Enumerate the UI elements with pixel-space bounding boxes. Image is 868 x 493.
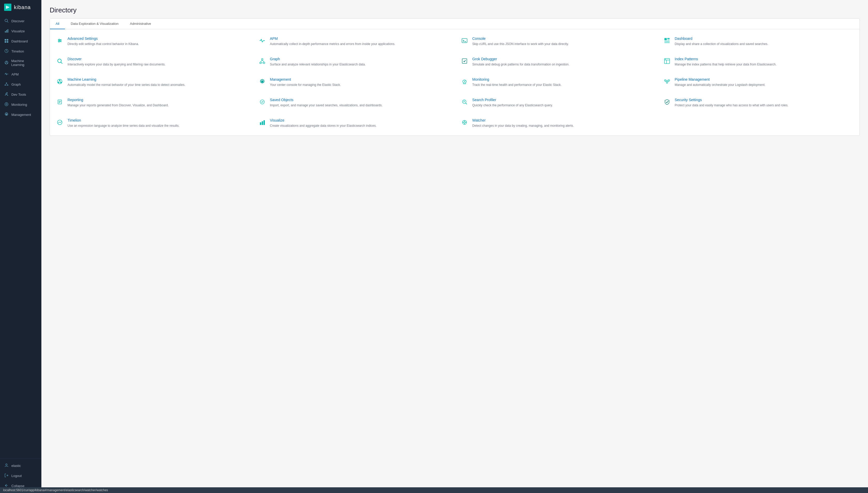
svg-rect-50 xyxy=(462,39,467,43)
saved-objects-desc: Import, export, and manage your saved se… xyxy=(270,103,449,108)
monitoring-icon xyxy=(4,102,9,107)
sidebar-item-label-machine-learning: Machine Learning xyxy=(12,59,38,67)
directory-card: AllData Exploration & VisualizationAdmin… xyxy=(50,18,860,136)
dir-item-index-patterns[interactable]: Index Patterns Manage the index patterns… xyxy=(657,52,860,72)
dir-item-graph[interactable]: Graph Surface and analyze relevant relat… xyxy=(253,52,455,72)
apm-icon xyxy=(258,37,266,46)
sidebar-item-discover[interactable]: Discover xyxy=(0,16,41,26)
timelion-icon xyxy=(56,119,64,128)
dir-item-pipeline-management[interactable]: Pipeline Management Manage and automatic… xyxy=(657,72,860,92)
svg-point-42 xyxy=(59,39,60,40)
svg-line-11 xyxy=(6,51,7,51)
discover-title: Discover xyxy=(67,57,247,61)
svg-point-0 xyxy=(5,19,7,22)
discover-icon xyxy=(4,19,9,24)
dashboard-icon xyxy=(663,37,671,46)
svg-line-21 xyxy=(6,74,7,75)
dir-item-management[interactable]: Management Your center console for manag… xyxy=(253,72,455,92)
sidebar-item-timelion[interactable]: Timelion xyxy=(0,46,41,57)
tabs-row: AllData Exploration & VisualizationAdmin… xyxy=(50,19,860,29)
dir-item-grok-debugger[interactable]: Grok Debugger Simulate and debug grok pa… xyxy=(455,52,657,72)
security-settings-title: Security Settings xyxy=(675,98,854,102)
console-desc: Skip cURL and use this JSON interface to… xyxy=(472,42,652,46)
sidebar-item-graph[interactable]: Graph xyxy=(0,80,41,89)
dir-item-visualize[interactable]: Visualize Create visualizations and aggr… xyxy=(253,113,455,133)
kibana-logo-icon xyxy=(4,4,12,11)
svg-point-58 xyxy=(261,59,263,60)
sidebar-item-management[interactable]: Management xyxy=(0,110,41,120)
logo-area[interactable]: kibana xyxy=(0,0,41,15)
svg-point-32 xyxy=(6,114,7,115)
sidebar-item-apm[interactable]: APM xyxy=(0,69,41,80)
sidebar-bottom-user[interactable]: elastic xyxy=(0,461,41,471)
dir-item-saved-objects[interactable]: Saved Objects Import, export, and manage… xyxy=(253,92,455,113)
graph-icon xyxy=(258,58,266,66)
index-patterns-title: Index Patterns xyxy=(675,57,854,61)
dev-tools-icon xyxy=(4,92,9,97)
dir-item-apm[interactable]: APM Automatically collect in-depth perfo… xyxy=(253,31,455,52)
dir-item-reporting[interactable]: Reporting Manage your reports generated … xyxy=(50,92,253,113)
items-grid: Advanced Settings Directly edit settings… xyxy=(50,29,860,135)
sidebar-bottom-logout[interactable]: Logout xyxy=(0,471,41,481)
svg-line-27 xyxy=(6,84,8,85)
timelion-icon xyxy=(4,49,9,54)
pipeline-management-title: Pipeline Management xyxy=(675,77,854,82)
dashboard-title: Dashboard xyxy=(675,37,854,41)
management-icon xyxy=(4,112,9,117)
dir-item-advanced-settings[interactable]: Advanced Settings Directly edit settings… xyxy=(50,31,253,52)
svg-point-23 xyxy=(6,83,7,84)
reporting-title: Reporting xyxy=(67,98,247,102)
dir-item-watcher[interactable]: Watcher Detect changes in your data by c… xyxy=(455,113,657,133)
graph-title: Graph xyxy=(270,57,449,61)
svg-point-59 xyxy=(260,62,261,64)
console-title: Console xyxy=(472,37,652,41)
svg-line-84 xyxy=(665,81,667,82)
watcher-desc: Detect changes in your data by creating,… xyxy=(472,123,652,128)
discover-desc: Interactively explore your data by query… xyxy=(67,62,247,67)
svg-point-79 xyxy=(464,81,465,82)
sidebar-item-visualize[interactable]: Visualize xyxy=(0,26,41,36)
nav-items: Discover Visualize Dashboard Timelion Ma… xyxy=(0,15,41,458)
dashboard-icon xyxy=(4,39,9,44)
tab-administrative[interactable]: Administrative xyxy=(124,19,157,29)
dir-item-search-profiler[interactable]: Search Profiler Quickly check the perfor… xyxy=(455,92,657,113)
status-bar: localhost:5601/cur/app/kibana#/managemen… xyxy=(0,487,868,493)
dir-item-dashboard[interactable]: Dashboard Display and share a collection… xyxy=(657,31,860,52)
svg-rect-96 xyxy=(260,122,261,125)
svg-point-71 xyxy=(58,82,59,83)
monitoring-desc: Track the real-time health and performan… xyxy=(472,83,652,87)
dir-item-security-settings[interactable]: Security Settings Protect your data and … xyxy=(657,92,860,113)
svg-point-43 xyxy=(60,40,61,41)
svg-line-57 xyxy=(61,62,62,64)
dir-item-console[interactable]: Console Skip cURL and use this JSON inte… xyxy=(455,31,657,52)
search-profiler-desc: Quickly check the performance of any Ela… xyxy=(472,103,652,108)
dir-item-discover[interactable]: Discover Interactively explore your data… xyxy=(50,52,253,72)
management-icon xyxy=(258,78,266,87)
security-settings-icon xyxy=(663,98,671,107)
tab-all[interactable]: All xyxy=(50,19,65,29)
dir-item-machine-learning[interactable]: Machine Learning Automatically model the… xyxy=(50,72,253,92)
dir-item-timelion[interactable]: Timelion Use an expression language to a… xyxy=(50,113,253,133)
dir-item-monitoring[interactable]: Monitoring Track the real-time health an… xyxy=(455,72,657,92)
sidebar-bottom-label-user: elastic xyxy=(12,464,21,468)
visualize-title: Visualize xyxy=(270,118,449,122)
sidebar-item-label-management: Management xyxy=(12,113,31,117)
machine-learning-title: Machine Learning xyxy=(67,77,247,82)
grok-debugger-icon xyxy=(460,58,469,66)
sidebar-item-dashboard[interactable]: Dashboard xyxy=(0,36,41,46)
sidebar-item-machine-learning[interactable]: Machine Learning xyxy=(0,57,41,69)
svg-point-60 xyxy=(263,62,265,64)
sidebar-item-label-visualize: Visualize xyxy=(12,29,25,33)
sidebar-item-dev-tools[interactable]: Dev Tools xyxy=(0,89,41,100)
svg-point-31 xyxy=(6,104,7,105)
sidebar-item-label-timelion: Timelion xyxy=(12,49,24,53)
watcher-title: Watcher xyxy=(472,118,652,122)
tab-data-exploration[interactable]: Data Exploration & Visualization xyxy=(65,19,124,29)
svg-point-68 xyxy=(665,59,666,60)
sidebar-item-monitoring[interactable]: Monitoring xyxy=(0,100,41,110)
svg-rect-6 xyxy=(7,39,8,41)
svg-rect-53 xyxy=(667,38,670,39)
svg-rect-8 xyxy=(7,41,8,43)
sidebar-item-label-monitoring: Monitoring xyxy=(12,103,27,107)
svg-point-80 xyxy=(665,80,666,81)
